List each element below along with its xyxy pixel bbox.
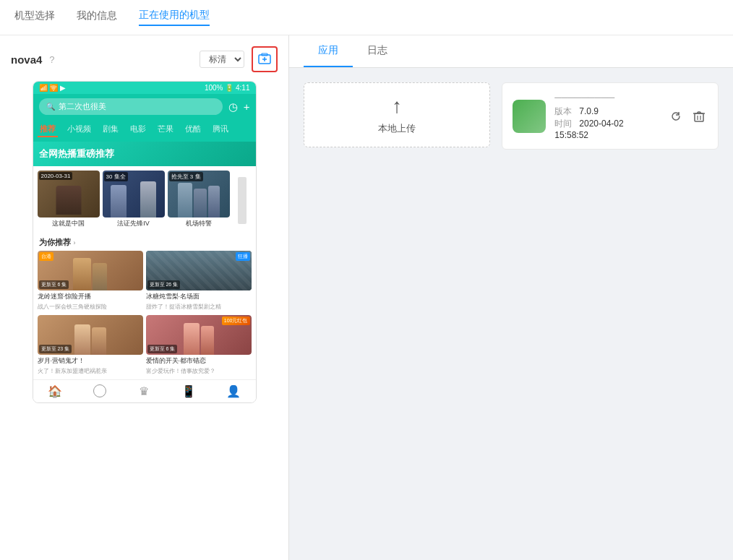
movie-tag-1: 2020-03-31 [39, 172, 73, 180]
app-actions [667, 108, 708, 125]
phone-banner: 全网热播重磅推荐 [33, 142, 256, 166]
phone-status-bar: 📶 🛜 ▶ 100% 🔋 4:11 [33, 82, 256, 94]
right-panel: 应用 日志 ↑ 本地上传 ───────── 版本 7.0.9 [289, 35, 733, 560]
home-icon: 🏠 [48, 384, 62, 398]
device-header: nova4 ? 标清 高清 [11, 46, 278, 72]
device-name: nova4 [11, 53, 42, 66]
movie-more[interactable] [233, 171, 252, 230]
quality-select[interactable]: 标清 高清 [200, 51, 244, 68]
app-version-value: 7.0.9 [579, 106, 599, 116]
rec-desc-2: 甜炸了！捉语冰糖雪梨剧之精 [146, 303, 252, 311]
rec-title-4: 爱情的开关·都市错恋 [146, 355, 252, 367]
bottom-nav-circle[interactable] [77, 384, 122, 398]
rec-desc-1: 战八一探会铁三角硬核探险 [38, 303, 143, 311]
add-icon[interactable]: + [244, 100, 250, 113]
app-name: ───────── [554, 92, 659, 103]
phone-bottom-nav: 🏠 ♛ 📱 👤 [33, 379, 256, 402]
recommend-row-1: 台港 更新至 6 集 龙岭迷窟·惊险开播 战八一探会铁三角硬核探险 狂播 [33, 251, 256, 315]
rec-title-3: 岁月·营销鬼才！ [38, 355, 143, 367]
phone-tabs: 推荐 小视频 剧集 电影 芒果 优酷 腾讯 [33, 119, 256, 142]
device-icon: 📱 [181, 384, 196, 398]
movie-card-1[interactable]: 2020-03-31 这就是中国 [38, 171, 100, 230]
phone-tab-series[interactable]: 剧集 [100, 122, 121, 137]
rec-card-2[interactable]: 狂播 更新至 26 集 冰糖炖雪梨·名场面 甜炸了！捉语冰糖雪梨剧之精 [146, 251, 252, 311]
rec-desc-4: 富少爱玩作！借事故究爱？ [146, 367, 252, 375]
rec-card-1[interactable]: 台港 更新至 6 集 龙岭迷窟·惊险开播 战八一探会铁三角硬核探险 [38, 251, 143, 311]
rec-badge-4: 100元红包 [222, 316, 250, 325]
app-refresh-button[interactable] [667, 108, 685, 125]
recommend-arrow: › [74, 239, 76, 246]
app-delete-button[interactable] [690, 108, 708, 125]
circle-icon [93, 384, 106, 397]
tab-logs[interactable]: 日志 [353, 35, 402, 67]
movie-card-3[interactable]: 抢先至 3 集 机场特警 [168, 171, 230, 230]
app-icon [513, 100, 546, 133]
phone-tab-movies[interactable]: 电影 [128, 122, 148, 137]
movie-title-3: 机场特警 [168, 217, 230, 230]
rec-card-4[interactable]: 100元红包 更新至 6 集 爱情的开关·都市错恋 富少爱玩作！借事故究爱？ [146, 315, 252, 375]
movie-card-2[interactable]: 30 集全 法证先锋IV [103, 171, 165, 230]
phone-tab-recommend[interactable]: 推荐 [38, 122, 58, 137]
movie-tag-2: 30 集全 [104, 172, 128, 181]
phone-mockup: 📶 🛜 ▶ 100% 🔋 4:11 🔍 第二次也很美 ◷ + 推荐 小视频 剧集 [33, 81, 257, 403]
recommend-title: 为你推荐 [39, 237, 71, 248]
rec-update-3: 更新至 23 集 [39, 345, 72, 353]
upload-label: 本地上传 [378, 122, 416, 135]
movies-row: 2020-03-31 这就是中国 30 集全 [33, 166, 256, 234]
device-help-icon[interactable]: ? [49, 54, 54, 65]
movie-title-1: 这就是中国 [38, 217, 100, 230]
status-right: 100% 🔋 4:11 [205, 84, 250, 92]
bottom-nav-crown[interactable]: ♛ [122, 384, 167, 398]
svg-rect-4 [695, 113, 703, 121]
phone-tab-short-video[interactable]: 小视频 [65, 122, 93, 137]
movie-tag-3: 抢先至 3 集 [169, 172, 203, 181]
profile-icon: 👤 [226, 384, 241, 398]
right-tabs: 应用 日志 [289, 35, 733, 68]
history-icon[interactable]: ◷ [228, 100, 238, 113]
rec-update-4: 更新至 6 集 [147, 345, 178, 353]
movie-title-2: 法证先锋IV [103, 217, 165, 230]
rec-update-1: 更新至 6 集 [39, 280, 69, 289]
rec-title-1: 龙岭迷窟·惊险开播 [38, 290, 143, 303]
rec-card-3[interactable]: 更新至 23 集 岁月·营销鬼才！ 火了！新东加盟遭吧祸惹亲 [38, 315, 143, 375]
rec-update-2: 更新至 26 集 [147, 280, 181, 289]
recommend-section-header: 为你推荐 › [33, 234, 256, 251]
top-navigation: 机型选择 我的信息 正在使用的机型 [0, 0, 733, 35]
phone-search-actions: ◷ + [228, 100, 250, 113]
rec-badge-2: 狂播 [236, 252, 250, 261]
left-panel: nova4 ? 标清 高清 📶 🛜 ▶ 100% 🔋 4:11 [0, 35, 289, 560]
phone-search-bar: 🔍 第二次也很美 ◷ + [33, 94, 256, 119]
nav-item-model-select[interactable]: 机型选择 [14, 9, 55, 25]
search-text: 第二次也很美 [59, 101, 106, 112]
phone-search-input[interactable]: 🔍 第二次也很美 [39, 98, 223, 115]
upload-card[interactable]: ↑ 本地上传 [304, 82, 490, 147]
main-content: nova4 ? 标清 高清 📶 🛜 ▶ 100% 🔋 4:11 [0, 35, 733, 560]
rec-title-2: 冰糖炖雪梨·名场面 [146, 290, 252, 303]
banner-text: 全网热播重磅推荐 [39, 148, 114, 159]
bottom-nav-profile[interactable]: 👤 [211, 384, 256, 398]
rec-badge-1: 台港 [39, 252, 53, 261]
rec-desc-3: 火了！新东加盟遭吧祸惹亲 [38, 367, 143, 375]
app-info: ───────── 版本 7.0.9 时间 2020-04-02 15:58:5… [554, 92, 659, 140]
upload-icon: ↑ [392, 95, 402, 118]
app-version: 版本 7.0.9 [554, 105, 659, 118]
app-time: 时间 2020-04-02 15:58:52 [554, 118, 659, 140]
phone-tab-youku[interactable]: 优酷 [183, 122, 203, 137]
nav-item-my-info[interactable]: 我的信息 [77, 9, 117, 25]
right-content: ↑ 本地上传 ───────── 版本 7.0.9 时间 2020 [289, 68, 733, 560]
recommend-row-2: 更新至 23 集 岁月·营销鬼才！ 火了！新东加盟遭吧祸惹亲 100元红 [33, 315, 256, 379]
crown-icon: ♛ [139, 384, 149, 398]
tab-apps[interactable]: 应用 [304, 35, 353, 67]
status-left: 📶 🛜 ▶ [39, 84, 67, 92]
screenshot-button[interactable] [252, 46, 278, 72]
app-card: ───────── 版本 7.0.9 时间 2020-04-02 15:58:5… [502, 82, 719, 150]
bottom-nav-home[interactable]: 🏠 [33, 384, 78, 398]
nav-item-current-model[interactable]: 正在使用的机型 [139, 9, 210, 26]
bottom-nav-device[interactable]: 📱 [166, 384, 211, 398]
phone-tab-mango[interactable]: 芒果 [155, 122, 176, 137]
phone-tab-tencent[interactable]: 腾讯 [210, 122, 231, 137]
